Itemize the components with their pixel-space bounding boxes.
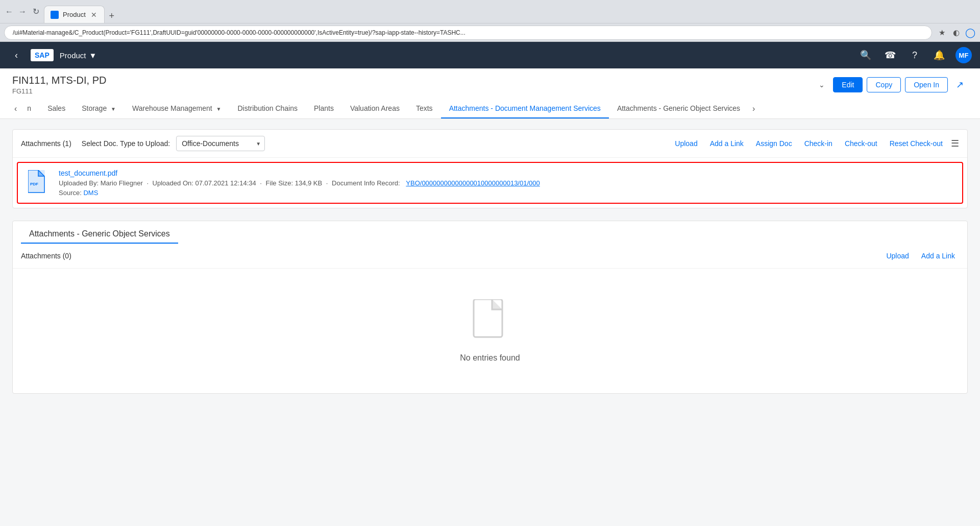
notification-icon[interactable]: 🔔 bbox=[931, 47, 947, 63]
tab-attachments-gos[interactable]: Attachments - Generic Object Services bbox=[609, 99, 748, 118]
tab-plants-label: Plants bbox=[314, 104, 334, 112]
dms-attachments-label: Attachments (1) bbox=[21, 139, 71, 148]
nav-more-button[interactable]: › bbox=[750, 100, 757, 117]
reset-checkout-button[interactable]: Reset Check-out bbox=[886, 137, 947, 150]
sap-logo: SAP bbox=[31, 49, 54, 61]
sap-back-button[interactable]: ‹ bbox=[8, 47, 24, 63]
doc-info-label: Document Info Record: bbox=[332, 179, 400, 187]
tab-texts-label: Texts bbox=[416, 104, 433, 112]
tab-attachments-dms[interactable]: Attachments - Document Management Servic… bbox=[441, 99, 609, 118]
gos-add-link-button[interactable]: Add a Link bbox=[917, 250, 959, 262]
external-link-button[interactable]: ↗ bbox=[952, 77, 968, 92]
dms-section: Attachments (1) Select Doc. Type to Uplo… bbox=[12, 129, 968, 208]
browser-forward-button[interactable]: → bbox=[17, 7, 28, 17]
user-avatar[interactable]: MF bbox=[955, 47, 972, 63]
document-meta: Uploaded By: Mario Fliegner · Uploaded O… bbox=[59, 179, 954, 187]
content-title-row: FIN111, MTS-DI, PD FG111 ⌄ Edit Copy Ope… bbox=[12, 75, 968, 99]
doc-type-select-wrapper: Office-Documents Technical Documents Oth… bbox=[176, 136, 265, 151]
check-in-button[interactable]: Check-in bbox=[800, 137, 837, 150]
address-bar[interactable] bbox=[4, 26, 932, 40]
tab-sales[interactable]: Sales bbox=[39, 99, 74, 118]
assign-doc-button[interactable]: Assign Doc bbox=[752, 137, 796, 150]
edit-button[interactable]: Edit bbox=[833, 77, 863, 92]
tab-valuation-label: Valuation Areas bbox=[350, 104, 400, 112]
sap-app-title: Product ▼ bbox=[60, 51, 97, 60]
gos-attachments-label: Attachments (0) bbox=[21, 252, 882, 260]
main-content: Attachments (1) Select Doc. Type to Uplo… bbox=[0, 119, 980, 425]
separator-3: · bbox=[326, 179, 330, 187]
tab-distribution[interactable]: Distribution Chains bbox=[229, 99, 306, 118]
no-entries-icon bbox=[470, 299, 510, 345]
tab-texts[interactable]: Texts bbox=[408, 99, 441, 118]
svg-rect-2 bbox=[474, 299, 502, 337]
no-entries-area: No entries found bbox=[13, 269, 967, 393]
address-icons: ★ ◐ ◯ bbox=[936, 27, 976, 38]
doc-info-record-link[interactable]: YBO/00000000000000010000000013/01/000 bbox=[406, 179, 540, 187]
tab-warehouse-label: Warehouse Management bbox=[132, 104, 212, 112]
tab-storage[interactable]: Storage ▼ bbox=[74, 99, 124, 118]
storage-dropdown-icon: ▼ bbox=[111, 106, 116, 112]
no-entries-text: No entries found bbox=[23, 353, 957, 363]
separator-1: · bbox=[146, 179, 150, 187]
gos-upload-button[interactable]: Upload bbox=[882, 250, 913, 262]
tab-plants[interactable]: Plants bbox=[306, 99, 342, 118]
search-icon[interactable]: 🔍 bbox=[857, 47, 874, 63]
headset-icon[interactable]: ☎ bbox=[882, 47, 898, 63]
sap-app-name: Product bbox=[60, 51, 86, 60]
sap-header-icons: 🔍 ☎ ? 🔔 MF bbox=[857, 47, 972, 63]
content-title: FIN111, MTS-DI, PD FG111 bbox=[12, 75, 819, 95]
tab-valuation[interactable]: Valuation Areas bbox=[342, 99, 408, 118]
browser-controls: ← → ↻ bbox=[4, 7, 41, 17]
dms-toolbar-actions: Upload Add a Link Assign Doc Check-in Ch… bbox=[671, 137, 959, 150]
dms-toolbar: Attachments (1) Select Doc. Type to Uplo… bbox=[13, 130, 967, 158]
browser-back-button[interactable]: ← bbox=[4, 7, 14, 17]
extensions-icon[interactable]: ◐ bbox=[950, 27, 962, 38]
profile-sync-icon[interactable]: ◯ bbox=[965, 27, 976, 38]
document-name-link[interactable]: test_document.pdf bbox=[59, 169, 117, 177]
pdf-icon: PDF bbox=[26, 169, 51, 196]
page-title: FIN111, MTS-DI, PD bbox=[12, 75, 819, 86]
add-link-button[interactable]: Add a Link bbox=[706, 137, 748, 150]
file-size: File Size: 134,9 KB bbox=[266, 179, 323, 187]
address-bar-row: ★ ◐ ◯ bbox=[0, 23, 980, 42]
tab-close-button[interactable]: ✕ bbox=[90, 11, 98, 19]
tab-attachments-gos-label: Attachments - Generic Object Services bbox=[617, 104, 740, 112]
content-header: FIN111, MTS-DI, PD FG111 ⌄ Edit Copy Ope… bbox=[0, 68, 980, 119]
tab-warehouse[interactable]: Warehouse Management ▼ bbox=[124, 99, 229, 118]
sap-header: ‹ SAP Product ▼ 🔍 ☎ ? 🔔 MF bbox=[0, 42, 980, 68]
uploaded-by: Uploaded By: Mario Fliegner bbox=[59, 179, 143, 187]
uploaded-on: Uploaded On: 07.07.2021 12:14:34 bbox=[153, 179, 256, 187]
title-actions: ⌄ Edit Copy Open In ↗ bbox=[819, 77, 968, 92]
gos-toolbar-actions: Upload Add a Link bbox=[882, 250, 959, 262]
new-tab-button[interactable]: + bbox=[105, 9, 119, 23]
tab-sales-label: Sales bbox=[47, 104, 65, 112]
actions-dropdown-icon[interactable]: ⌄ bbox=[819, 81, 825, 89]
browser-tab[interactable]: Product ✕ bbox=[44, 6, 105, 23]
tab-general[interactable]: n bbox=[19, 99, 39, 118]
gos-section: Attachments - Generic Object Services At… bbox=[12, 221, 968, 394]
help-icon[interactable]: ? bbox=[906, 47, 923, 63]
nav-prev-button[interactable]: ‹ bbox=[12, 100, 19, 117]
tab-general-label: n bbox=[27, 104, 31, 112]
source-label: Source: bbox=[59, 189, 82, 197]
tab-distribution-label: Distribution Chains bbox=[237, 104, 298, 112]
doc-type-select[interactable]: Office-Documents Technical Documents Oth… bbox=[176, 136, 265, 151]
bookmark-icon[interactable]: ★ bbox=[936, 27, 947, 38]
gos-section-header: Attachments - Generic Object Services bbox=[21, 221, 178, 244]
browser-refresh-button[interactable]: ↻ bbox=[31, 7, 41, 17]
document-item: PDF test_document.pdf Uploaded By: Mario… bbox=[17, 162, 963, 204]
tab-attachments-dms-label: Attachments - Document Management Servic… bbox=[449, 104, 601, 112]
upload-button[interactable]: Upload bbox=[671, 137, 701, 150]
sap-app-dropdown-icon[interactable]: ▼ bbox=[89, 51, 97, 60]
filter-icon[interactable]: ☰ bbox=[951, 138, 959, 149]
browser-chrome: ← → ↻ Product ✕ + bbox=[0, 0, 980, 23]
tab-bar: Product ✕ + bbox=[44, 0, 976, 23]
open-in-button[interactable]: Open In bbox=[905, 77, 948, 92]
gos-section-title: Attachments - Generic Object Services bbox=[29, 229, 170, 238]
document-source: Source: DMS bbox=[59, 189, 954, 197]
dms-select-label: Select Doc. Type to Upload: bbox=[82, 139, 170, 148]
copy-button[interactable]: Copy bbox=[867, 77, 901, 92]
check-out-button[interactable]: Check-out bbox=[841, 137, 881, 150]
gos-toolbar: Attachments (0) Upload Add a Link bbox=[13, 244, 967, 269]
document-info: test_document.pdf Uploaded By: Mario Fli… bbox=[59, 169, 954, 197]
